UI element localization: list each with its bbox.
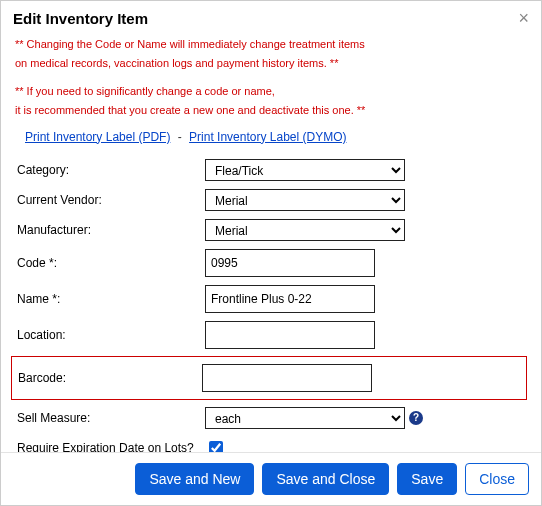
code-label: Code *: [15, 256, 205, 270]
warning-recommend: ** If you need to significantly change a… [15, 82, 527, 119]
close-icon[interactable]: × [518, 9, 529, 27]
save-and-close-button[interactable]: Save and Close [262, 463, 389, 495]
warning-line: ** If you need to significantly change a… [15, 82, 527, 101]
location-label: Location: [15, 328, 205, 342]
warning-line: on medical records, vaccination logs and… [15, 54, 527, 73]
category-label: Category: [15, 163, 205, 177]
dialog-body[interactable]: ** Changing the Code or Name will immedi… [1, 33, 541, 452]
print-dymo-link[interactable]: Print Inventory Label (DYMO) [189, 130, 346, 144]
print-pdf-link[interactable]: Print Inventory Label (PDF) [25, 130, 170, 144]
dialog-title: Edit Inventory Item [13, 10, 148, 27]
row-location: Location: [15, 320, 527, 350]
manufacturer-label: Manufacturer: [15, 223, 205, 237]
row-sell-measure: Sell Measure: each ? [15, 406, 527, 430]
require-exp-label: Require Expiration Date on Lots? [15, 441, 205, 452]
row-manufacturer: Manufacturer: Merial [15, 218, 527, 242]
sell-measure-select[interactable]: each [205, 407, 405, 429]
row-name: Name *: [15, 284, 527, 314]
barcode-input[interactable] [202, 364, 372, 392]
close-button[interactable]: Close [465, 463, 529, 495]
row-code: Code *: [15, 248, 527, 278]
vendor-label: Current Vendor: [15, 193, 205, 207]
barcode-label: Barcode: [12, 371, 202, 385]
dialog-footer: Save and New Save and Close Save Close [1, 452, 541, 505]
name-input[interactable] [205, 285, 375, 313]
code-input[interactable] [205, 249, 375, 277]
print-links: Print Inventory Label (PDF) - Print Inve… [25, 130, 527, 144]
barcode-highlight-box: Barcode: [11, 356, 527, 400]
warning-line: it is recommended that you create a new … [15, 101, 527, 120]
sell-measure-label: Sell Measure: [15, 411, 205, 425]
name-label: Name *: [15, 292, 205, 306]
vendor-select[interactable]: Merial [205, 189, 405, 211]
row-barcode: Barcode: [12, 363, 522, 393]
dialog-header: Edit Inventory Item × [1, 1, 541, 33]
category-select[interactable]: Flea/Tick [205, 159, 405, 181]
warning-line: ** Changing the Code or Name will immedi… [15, 35, 527, 54]
row-category: Category: Flea/Tick [15, 158, 527, 182]
require-exp-checkbox[interactable] [209, 441, 223, 452]
save-button[interactable]: Save [397, 463, 457, 495]
row-require-exp: Require Expiration Date on Lots? [15, 436, 527, 452]
row-vendor: Current Vendor: Merial [15, 188, 527, 212]
location-input[interactable] [205, 321, 375, 349]
warning-change: ** Changing the Code or Name will immedi… [15, 35, 527, 72]
save-and-new-button[interactable]: Save and New [135, 463, 254, 495]
help-icon[interactable]: ? [409, 411, 423, 425]
manufacturer-select[interactable]: Merial [205, 219, 405, 241]
edit-inventory-dialog: Edit Inventory Item × ** Changing the Co… [0, 0, 542, 506]
link-separator: - [178, 130, 182, 144]
